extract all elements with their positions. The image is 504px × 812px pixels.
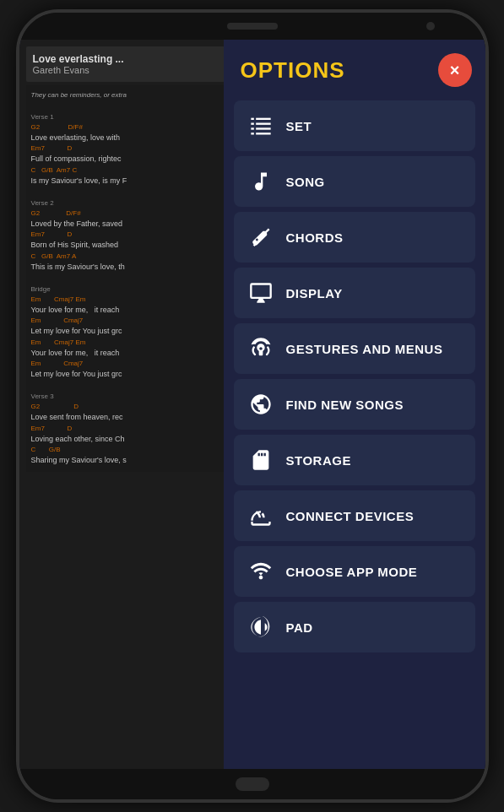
menu-item-gestures[interactable]: GESTURES AND MENUS xyxy=(234,323,475,374)
menu-item-storage[interactable]: STORAGE xyxy=(234,435,475,485)
svg-rect-2 xyxy=(251,123,254,125)
phone-frame: Love everlasting ... Gareth Evans They c… xyxy=(16,9,489,803)
wifi-icon xyxy=(247,558,274,585)
svg-rect-0 xyxy=(251,118,254,120)
svg-rect-4 xyxy=(251,127,254,129)
options-header: OPTIONS × xyxy=(224,40,485,97)
svg-rect-7 xyxy=(256,133,271,134)
menu-label-set: SET xyxy=(286,119,312,133)
menu-item-pad[interactable]: PAD xyxy=(234,602,475,652)
close-icon: × xyxy=(450,62,460,78)
options-panel: OPTIONS × xyxy=(224,40,485,769)
fingerprint-icon xyxy=(247,335,274,362)
menu-item-display[interactable]: DISPLAY xyxy=(234,268,475,318)
menu-label-choose-app-mode: CHOOSE APP MODE xyxy=(286,565,418,579)
monitor-icon xyxy=(247,279,274,306)
song-lyrics-area: They can be reminders, or extra Verse 1 … xyxy=(26,85,236,472)
options-title: OPTIONS xyxy=(241,57,345,84)
menu-label-display: DISPLAY xyxy=(286,286,343,300)
list-icon xyxy=(247,112,274,139)
menu-item-find-new-songs[interactable]: FIND NEW SONGS xyxy=(234,379,475,430)
svg-rect-3 xyxy=(256,123,271,125)
phone-speaker xyxy=(227,23,278,30)
menu-label-find-new-songs: FIND NEW SONGS xyxy=(286,398,404,412)
phone-bottom-bar xyxy=(19,769,485,799)
guitar-icon xyxy=(247,224,274,251)
globe-icon xyxy=(247,391,274,418)
song-title: Love everlasting ... xyxy=(33,53,230,65)
menu-label-storage: STORAGE xyxy=(286,453,351,468)
music-note-icon xyxy=(247,168,274,195)
menu-item-set[interactable]: SET xyxy=(234,100,475,151)
svg-rect-5 xyxy=(256,127,271,129)
close-button[interactable]: × xyxy=(438,53,472,87)
menu-label-chords: CHORDS xyxy=(286,230,344,245)
menu-item-song[interactable]: SONG xyxy=(234,156,475,207)
song-content-background: Love everlasting ... Gareth Evans They c… xyxy=(19,40,243,769)
song-artist: Gareth Evans xyxy=(33,65,230,75)
home-button[interactable] xyxy=(236,777,269,791)
song-note: They can be reminders, or extra xyxy=(31,90,231,100)
menu-label-gestures: GESTURES AND MENUS xyxy=(286,342,443,356)
menu-label-connect-devices: CONNECT DEVICES xyxy=(286,509,415,523)
song-header: Love everlasting ... Gareth Evans xyxy=(26,46,236,82)
menu-item-connect-devices[interactable]: CONNECT DEVICES xyxy=(234,490,475,541)
cast-icon xyxy=(247,502,274,529)
menu-item-chords[interactable]: CHORDS xyxy=(234,212,475,263)
phone-top-bar xyxy=(19,13,485,40)
phone-screen: Love everlasting ... Gareth Evans They c… xyxy=(19,40,485,769)
menu-label-pad: PAD xyxy=(286,620,313,635)
phone-camera xyxy=(426,22,435,30)
sd-card-icon xyxy=(247,447,274,474)
svg-rect-6 xyxy=(251,133,254,134)
speaker-icon xyxy=(247,614,274,641)
menu-list: SET SONG xyxy=(224,97,485,769)
menu-label-song: SONG xyxy=(286,175,325,189)
menu-item-choose-app-mode[interactable]: CHOOSE APP MODE xyxy=(234,546,475,597)
svg-rect-1 xyxy=(256,118,271,120)
